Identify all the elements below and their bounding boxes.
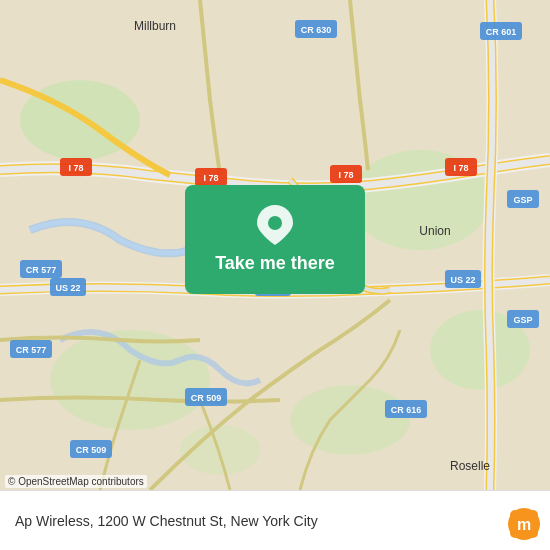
svg-text:CR 601: CR 601 — [486, 27, 517, 37]
svg-text:CR 616: CR 616 — [391, 405, 422, 415]
moovit-logo: m — [508, 508, 540, 540]
svg-text:I 78: I 78 — [338, 170, 353, 180]
svg-text:CR 577: CR 577 — [26, 265, 57, 275]
svg-text:GSP: GSP — [513, 315, 532, 325]
osm-attribution: © OpenStreetMap contributors — [5, 475, 147, 488]
svg-text:CR 630: CR 630 — [301, 25, 332, 35]
svg-point-5 — [290, 385, 410, 455]
map-container: CR 630 CR 601 I 78 I 78 I 78 I 78 CR 577… — [0, 0, 550, 490]
svg-text:Roselle: Roselle — [450, 459, 490, 473]
svg-text:I 78: I 78 — [203, 173, 218, 183]
svg-text:CR 509: CR 509 — [76, 445, 107, 455]
svg-point-4 — [50, 330, 210, 430]
svg-text:US 22: US 22 — [55, 283, 80, 293]
svg-text:US 22: US 22 — [450, 275, 475, 285]
cta-label: Take me there — [215, 253, 335, 274]
svg-text:GSP: GSP — [513, 195, 532, 205]
svg-point-42 — [268, 216, 282, 230]
moovit-logo-icon: m — [508, 508, 540, 540]
svg-text:I 78: I 78 — [453, 163, 468, 173]
svg-text:CR 577: CR 577 — [16, 345, 47, 355]
address-text: Ap Wireless, 1200 W Chestnut St, New Yor… — [15, 513, 535, 529]
cta-button[interactable]: Take me there — [185, 185, 365, 294]
svg-text:I 78: I 78 — [68, 163, 83, 173]
svg-text:Millburn: Millburn — [134, 19, 176, 33]
bottom-bar: Ap Wireless, 1200 W Chestnut St, New Yor… — [0, 490, 550, 550]
svg-text:m: m — [517, 516, 531, 533]
location-pin-icon — [255, 205, 295, 245]
svg-text:Union: Union — [419, 224, 450, 238]
svg-text:CR 509: CR 509 — [191, 393, 222, 403]
